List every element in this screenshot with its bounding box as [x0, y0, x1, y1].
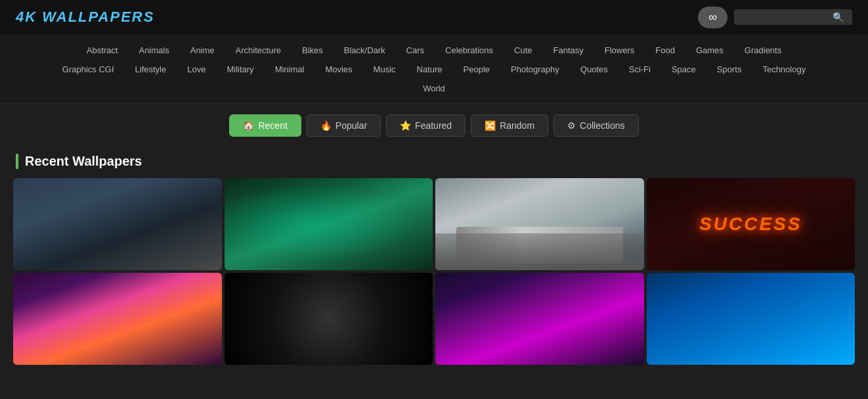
infinity-button[interactable]: ∞: [698, 7, 727, 28]
category-tag[interactable]: Space: [664, 62, 704, 77]
categories-row-3: World: [13, 79, 855, 98]
search-icon[interactable]: 🔍: [833, 12, 844, 22]
category-tag[interactable]: Movies: [317, 62, 360, 77]
category-tag[interactable]: Games: [688, 43, 731, 58]
category-tag[interactable]: Bikes: [294, 43, 331, 58]
category-tag[interactable]: Food: [647, 43, 683, 58]
category-tag[interactable]: Sports: [709, 62, 750, 77]
wallpaper-thumb[interactable]: [647, 178, 856, 270]
categories-row-1: AbstractAnimalsAnimeArchitectureBikesBla…: [13, 41, 855, 60]
wallpaper-thumb[interactable]: [435, 178, 644, 270]
category-tag[interactable]: Fantasy: [546, 43, 592, 58]
categories-bar: AbstractAnimalsAnimeArchitectureBikesBla…: [0, 34, 868, 104]
featured-icon: ⭐: [400, 120, 411, 131]
category-tag[interactable]: Nature: [409, 62, 450, 77]
category-tag[interactable]: Cars: [399, 43, 432, 58]
category-tag[interactable]: Architecture: [228, 43, 289, 58]
category-tag[interactable]: Technology: [754, 62, 814, 77]
categories-row-2: Graphics CGILifestyleLoveMilitaryMinimal…: [13, 60, 855, 79]
site-logo[interactable]: 4K WALLPAPERS: [16, 9, 154, 26]
random-label: Random: [500, 120, 534, 131]
filter-tab-random[interactable]: 🔀Random: [471, 114, 548, 137]
category-tag[interactable]: Abstract: [79, 43, 126, 58]
category-tag[interactable]: Animals: [131, 43, 177, 58]
wallpaper-thumb[interactable]: [13, 178, 222, 270]
category-tag[interactable]: Military: [219, 62, 261, 77]
search-bar: 🔍: [734, 9, 852, 25]
popular-label: Popular: [336, 120, 367, 131]
navbar: 4K WALLPAPERS ∞ 🔍: [0, 0, 868, 34]
category-tag[interactable]: World: [415, 81, 453, 96]
recent-label: Recent: [258, 120, 287, 131]
navbar-right: ∞ 🔍: [698, 7, 852, 28]
wallpaper-thumb[interactable]: [13, 273, 222, 365]
collections-icon: ⚙: [567, 120, 576, 131]
wallpaper-thumb[interactable]: [225, 178, 433, 270]
category-tag[interactable]: Flowers: [597, 43, 643, 58]
collections-label: Collections: [580, 120, 624, 131]
wallpaper-thumb[interactable]: [225, 273, 433, 365]
section-title: Recent Wallpapers: [16, 154, 855, 169]
filter-tab-collections[interactable]: ⚙Collections: [553, 114, 638, 137]
recent-icon: 🏠: [243, 120, 254, 131]
category-tag[interactable]: Music: [366, 62, 404, 77]
category-tag[interactable]: Celebrations: [437, 43, 501, 58]
category-tag[interactable]: Gradients: [737, 43, 789, 58]
filter-tab-recent[interactable]: 🏠Recent: [229, 114, 301, 137]
infinity-icon: ∞: [708, 11, 717, 24]
category-tag[interactable]: Love: [179, 62, 213, 77]
category-tag[interactable]: Quotes: [573, 62, 616, 77]
wallpaper-thumb[interactable]: [435, 273, 644, 365]
filter-tabs: 🏠Recent🔥Popular⭐Featured🔀Random⚙Collecti…: [0, 104, 868, 147]
category-tag[interactable]: Graphics CGI: [54, 62, 122, 77]
category-tag[interactable]: Lifestyle: [127, 62, 175, 77]
wallpaper-thumb[interactable]: [647, 273, 856, 365]
featured-label: Featured: [415, 120, 452, 131]
category-tag[interactable]: Minimal: [267, 62, 313, 77]
random-icon: 🔀: [485, 120, 496, 131]
category-tag[interactable]: Black/Dark: [336, 43, 393, 58]
filter-tab-featured[interactable]: ⭐Featured: [386, 114, 466, 137]
filter-tab-popular[interactable]: 🔥Popular: [307, 114, 381, 137]
logo-text: 4K WALLPAPERS: [16, 9, 154, 25]
wallpaper-grid: [0, 178, 868, 378]
category-tag[interactable]: People: [456, 62, 498, 77]
search-input[interactable]: [741, 12, 833, 22]
category-tag[interactable]: Sci-Fi: [621, 62, 659, 77]
category-tag[interactable]: Cute: [506, 43, 540, 58]
category-tag[interactable]: Photography: [503, 62, 567, 77]
category-tag[interactable]: Anime: [183, 43, 223, 58]
popular-icon: 🔥: [320, 120, 332, 131]
